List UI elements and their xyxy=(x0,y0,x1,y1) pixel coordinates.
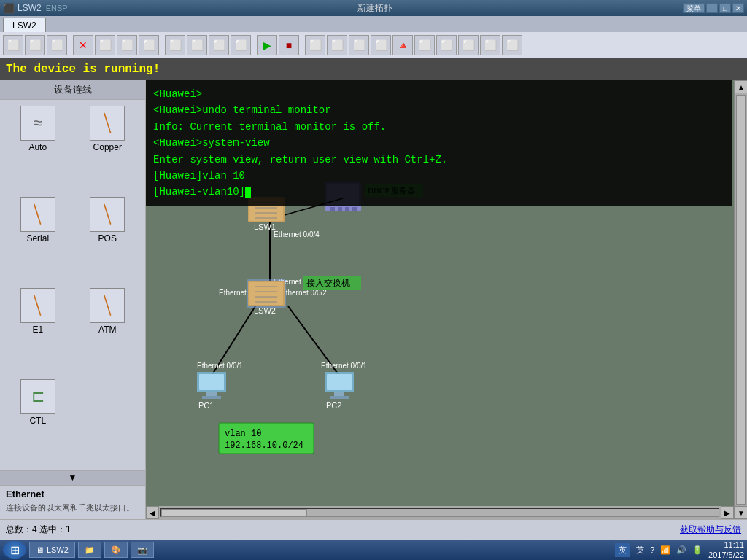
console-line-2: <Huawei>undo terminal monitor xyxy=(153,102,725,118)
toolbar-btn-14[interactable]: ⬜ xyxy=(349,35,369,55)
toolbar-btn-9[interactable]: ⬜ xyxy=(187,35,207,55)
device-ctl[interactable]: ⊏ CTL xyxy=(6,379,70,464)
toolbar-btn-2[interactable]: ⬜ xyxy=(25,35,45,55)
svg-rect-39 xyxy=(330,207,335,211)
device-auto[interactable]: ≈ Auto xyxy=(6,106,70,191)
status-bar-bottom: 总数：4 选中：1 获取帮助与反馈 xyxy=(0,519,747,540)
titlebar-left: ⬛ LSW2 ENSP xyxy=(3,3,68,14)
taskbar-item-label: LSW2 xyxy=(47,545,69,554)
svg-rect-40 xyxy=(338,207,342,211)
toolbar-btn-5[interactable]: ⬜ xyxy=(95,35,115,55)
taskbar-item-color[interactable]: 🎨 xyxy=(104,542,128,558)
device-serial[interactable]: ╱ Serial xyxy=(6,197,70,282)
ctl-label: CTL xyxy=(29,416,46,426)
ime-indicator[interactable]: 英 xyxy=(615,543,630,557)
canvas-vertical-scrollbar[interactable]: ▲ ▼ xyxy=(734,80,747,519)
device-pos[interactable]: ╱ POS xyxy=(76,197,140,282)
toolbar-btn-play[interactable]: ▶ xyxy=(257,35,277,55)
svg-text:LSW1: LSW1 xyxy=(254,222,276,231)
maximize-btn[interactable]: □ xyxy=(719,3,731,13)
toolbar-btn-19[interactable]: ⬜ xyxy=(458,35,479,55)
hscroll-right-btn[interactable]: ▶ xyxy=(721,506,734,519)
device-palette: ≈ Auto ╱ Copper ╱ Serial ╱ xyxy=(0,100,145,470)
app-name: LSW2 xyxy=(18,3,42,13)
svg-text:192.168.10.0/24: 192.168.10.0/24 xyxy=(225,440,303,451)
start-button[interactable]: ⊞ xyxy=(3,541,26,559)
taskbar: ⊞ 🖥 LSW2 📁 🎨 📷 英 英 ? 📶 🔊 🔋 11:11 2017/5/… xyxy=(0,540,747,560)
atm-label: ATM xyxy=(98,324,116,335)
cable-info: Ethernet 连接设备的以太网和千兆以太接口。 xyxy=(0,485,145,519)
svg-rect-29 xyxy=(206,392,217,396)
toolbar-btn-stop[interactable]: ■ xyxy=(279,35,299,55)
scroll-up-btn[interactable]: ▲ xyxy=(735,80,747,93)
toolbar-btn-8[interactable]: ⬜ xyxy=(165,35,185,55)
title-bar: ⬛ LSW2 ENSP 新建拓扑 菜单 _ □ ✕ xyxy=(0,0,747,16)
volume-icon: 🔊 xyxy=(676,545,686,555)
main-content: 设备连线 ≈ Auto ╱ Copper ╱ Serial xyxy=(0,80,747,519)
help-icon[interactable]: ? xyxy=(650,545,654,554)
toolbar-btn-21[interactable]: ⬜ xyxy=(502,35,522,55)
svg-text:vlan 10: vlan 10 xyxy=(225,429,261,439)
device-copper[interactable]: ╱ Copper xyxy=(76,106,140,191)
copper-label: Copper xyxy=(93,142,122,152)
svg-text:Ethernet 0/0/1: Ethernet 0/0/1 xyxy=(321,362,367,370)
scroll-down-btn[interactable]: ▼ xyxy=(735,506,747,519)
svg-rect-30 xyxy=(202,396,221,399)
scroll-thumb[interactable] xyxy=(736,95,746,505)
ctl-icon: ⊏ xyxy=(20,379,55,414)
svg-text:Ethernet 0/0/4: Ethernet 0/0/4 xyxy=(274,230,320,238)
device-atm[interactable]: ╱ ATM xyxy=(76,288,140,373)
svg-rect-28 xyxy=(199,374,224,390)
taskbar-item-app[interactable]: 📷 xyxy=(131,542,154,558)
sidebar-scroll-down[interactable]: ▼ xyxy=(0,470,145,485)
toolbar-btn-12[interactable]: ⬜ xyxy=(305,35,325,55)
toolbar-btn-1[interactable]: ⬜ xyxy=(3,35,23,55)
atm-icon: ╱ xyxy=(90,288,125,323)
svg-rect-41 xyxy=(345,207,349,211)
toolbar: ⬜ ⬜ ⬜ ✕ ⬜ ⬜ ⬜ ⬜ ⬜ ⬜ ⬜ ▶ ■ ⬜ ⬜ ⬜ ⬜ 🔺 ⬜ ⬜ … xyxy=(0,32,747,58)
taskbar-item-lsw2[interactable]: 🖥 LSW2 xyxy=(29,542,75,558)
taskbar-item-files[interactable]: 📁 xyxy=(78,542,101,558)
hscroll-left-btn[interactable]: ◀ xyxy=(146,506,159,519)
toolbar-btn-15[interactable]: ⬜ xyxy=(371,35,391,55)
clock-time: 11:11 xyxy=(708,540,744,550)
svg-rect-42 xyxy=(352,207,357,211)
svg-text:接入交换机: 接入交换机 xyxy=(306,278,350,288)
canvas-horizontal-scrollbar[interactable]: ◀ ▶ xyxy=(146,506,734,519)
app-icon: ⬛ xyxy=(3,3,15,14)
taskbar-item-icon: 🖥 xyxy=(36,545,44,554)
toolbar-btn-7[interactable]: ⬜ xyxy=(139,35,159,55)
toolbar-btn-11[interactable]: ⬜ xyxy=(231,35,251,55)
toolbar-btn-13[interactable]: ⬜ xyxy=(327,35,347,55)
e1-icon: ╱ xyxy=(20,288,55,323)
toolbar-btn-3[interactable]: ⬜ xyxy=(47,35,67,55)
hscroll-track xyxy=(160,508,719,517)
menu-btn[interactable]: 菜单 xyxy=(683,3,705,13)
toolbar-btn-16[interactable]: 🔺 xyxy=(392,35,413,55)
svg-rect-35 xyxy=(330,396,349,399)
hscroll-thumb[interactable] xyxy=(161,509,307,516)
close-btn[interactable]: ✕ xyxy=(732,3,744,13)
toolbar-btn-20[interactable]: ⬜ xyxy=(480,35,500,55)
console-line-4: <Huawei>system-view xyxy=(153,135,725,151)
copper-icon: ╱ xyxy=(90,106,125,141)
console-line-5: Enter system view, return user view with… xyxy=(153,152,725,168)
console-line-6: [Huawei]vlan 10 xyxy=(153,168,725,184)
toolbar-btn-4[interactable]: ✕ xyxy=(73,35,93,55)
help-link[interactable]: 获取帮助与反馈 xyxy=(680,524,741,536)
toolbar-btn-10[interactable]: ⬜ xyxy=(209,35,229,55)
device-e1[interactable]: ╱ E1 xyxy=(6,288,70,373)
network-icon: 📶 xyxy=(660,545,670,555)
window-title: 新建拓扑 xyxy=(68,2,683,15)
toolbar-btn-6[interactable]: ⬜ xyxy=(117,35,137,55)
minimize-btn[interactable]: _ xyxy=(706,3,718,13)
cable-type-desc: 连接设备的以太网和千兆以太接口。 xyxy=(6,502,139,513)
sidebar-header: 设备连线 xyxy=(0,80,145,100)
system-clock[interactable]: 11:11 2017/5/22 xyxy=(708,540,744,560)
serial-label: Serial xyxy=(26,233,49,244)
svg-rect-19 xyxy=(249,282,283,305)
toolbar-btn-18[interactable]: ⬜ xyxy=(436,35,457,55)
cable-type-label: Ethernet xyxy=(6,489,139,499)
tab-lsw2[interactable]: LSW2 xyxy=(3,18,46,32)
toolbar-btn-17[interactable]: ⬜ xyxy=(414,35,435,55)
